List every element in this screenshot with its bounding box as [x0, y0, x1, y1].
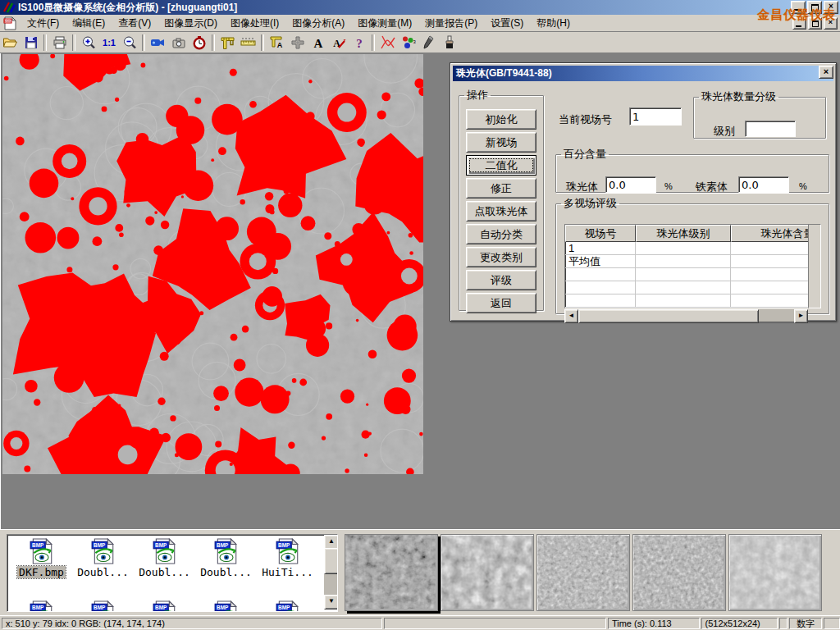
menu-item-5[interactable]: 图像分析(A) [285, 15, 351, 32]
save-icon[interactable] [21, 34, 41, 52]
specimen-image[interactable] [2, 54, 423, 474]
thumbnail-3[interactable] [536, 534, 630, 611]
op-button-3[interactable]: 修正 [466, 178, 536, 199]
percent-group: 百分含量 珠光体 % 铁素体 % [555, 147, 829, 193]
count-objects-icon[interactable]: 3 [398, 34, 418, 52]
zoom-out-icon[interactable] [119, 34, 139, 52]
thumbnail-5[interactable] [728, 534, 822, 611]
ferrite-input[interactable] [738, 176, 789, 193]
document-icon[interactable]: DOC [3, 16, 17, 30]
dialog-close-icon[interactable]: × [819, 66, 833, 79]
status-empty-panel [384, 618, 606, 629]
dialog-title-bar[interactable]: 珠光体(GB/T9441-88) [453, 66, 833, 81]
pearlite-label: 珠光体 [566, 180, 598, 194]
video-camera-icon[interactable] [148, 34, 168, 52]
table-row-0[interactable]: 10.0 [565, 242, 808, 255]
menu-item-9[interactable]: 帮助(H) [530, 15, 577, 32]
curve-icon[interactable] [377, 34, 398, 52]
file-item-row2-3[interactable]: BMP [195, 600, 257, 612]
ruler-icon[interactable] [238, 34, 258, 52]
svg-text:A: A [276, 41, 282, 49]
menu-bar: DOC 文件(F)编辑(E)查看(V)图像显示(D)图像处理(I)图像分析(A)… [0, 15, 840, 32]
file-browser[interactable]: BMPDKF.bmpBMPDoubl...BMPDoubl...BMPDoubl… [7, 534, 338, 612]
toolbar: 1:1 A A A ? 3 [0, 32, 840, 53]
menu-item-0[interactable]: 文件(F) [21, 15, 66, 32]
level-input[interactable] [745, 121, 796, 137]
brush-icon[interactable] [439, 34, 459, 52]
thumbnail-4[interactable] [632, 534, 726, 611]
menu-item-8[interactable]: 设置(S) [484, 15, 530, 32]
file-name: Doubl... [75, 566, 130, 578]
current-field-input[interactable] [629, 107, 682, 126]
table-cell [636, 294, 731, 308]
op-button-4[interactable]: 点取珠光体 [466, 201, 536, 221]
menu-item-2[interactable]: 查看(V) [112, 15, 158, 32]
op-button-1[interactable]: 新视场 [466, 132, 536, 153]
op-button-2[interactable]: 二值化 [466, 155, 536, 176]
file-item-row2-2[interactable]: BMP [134, 600, 195, 612]
rating-table[interactable]: 视场号珠光体级别珠光体含量(%)铁素体含量(%) 10.0平均值0.0 [564, 224, 809, 308]
table-vertical-scrollbar[interactable] [808, 224, 821, 308]
op-button-5[interactable]: 自动分类 [466, 224, 536, 244]
menu-item-6[interactable]: 图像测量(M) [351, 15, 418, 32]
table-cell [636, 281, 731, 294]
scroll-thumb[interactable] [324, 548, 338, 574]
table-cell: 平均值 [565, 255, 636, 268]
menu-item-3[interactable]: 图像显示(D) [158, 15, 224, 32]
table-row-4[interactable] [565, 294, 808, 308]
table-cell [636, 255, 731, 268]
camera-icon[interactable] [168, 34, 189, 52]
op-button-0[interactable]: 初始化 [466, 109, 536, 130]
pearlite-input[interactable] [605, 176, 656, 193]
measure-text-icon[interactable]: A [267, 34, 287, 52]
annotate-icon[interactable]: A [328, 34, 349, 52]
status-empty-small [779, 618, 788, 629]
table-cell: 1 [565, 242, 636, 255]
file-browser-scrollbar[interactable]: ▲ ▼ [324, 535, 337, 609]
open-icon[interactable] [0, 34, 21, 52]
file-item-row2-1[interactable]: BMP [72, 600, 134, 612]
table-row-2[interactable] [565, 268, 808, 281]
svg-text:BMP: BMP [155, 542, 167, 548]
table-horizontal-scrollbar[interactable]: ◄ ► [564, 309, 808, 322]
thumbnail-2[interactable] [441, 534, 534, 611]
scroll-down-icon[interactable]: ▼ [324, 595, 338, 609]
table-cell [565, 268, 636, 281]
table-cell: 0.0 [731, 255, 809, 268]
file-item-2[interactable]: BMPDoubl... [134, 538, 195, 578]
menu-item-1[interactable]: 编辑(E) [66, 15, 112, 32]
svg-text:A: A [313, 36, 322, 49]
pen-icon[interactable] [418, 34, 439, 52]
table-row-1[interactable]: 平均值0.0 [565, 255, 808, 268]
caliper-icon[interactable] [217, 34, 238, 52]
table-row-5[interactable] [565, 308, 808, 308]
menu-item-4[interactable]: 图像处理(I) [224, 15, 285, 32]
file-item-1[interactable]: BMPDoubl... [72, 538, 134, 578]
bmp-file-icon: BMP [30, 600, 54, 612]
svg-text:1:1: 1:1 [103, 38, 116, 48]
table-row-3[interactable] [565, 281, 808, 294]
status-bar: x: 510 y: 79 idx: 0 RGB: (174, 174, 174)… [0, 615, 840, 630]
file-item-3[interactable]: BMPDoubl... [195, 538, 257, 578]
cross-grid-icon[interactable] [287, 34, 308, 52]
op-button-8[interactable]: 返回 [466, 293, 536, 313]
op-button-6[interactable]: 更改类别 [466, 247, 536, 267]
file-item-row2-4[interactable]: BMP [257, 600, 318, 612]
timer-icon[interactable] [189, 34, 209, 52]
text-icon[interactable]: A [308, 34, 328, 52]
scroll-left-icon[interactable]: ◄ [564, 309, 578, 323]
help-icon[interactable]: ? [349, 34, 369, 52]
menu-item-7[interactable]: 测量报告(P) [418, 15, 484, 32]
actual-size-icon[interactable]: 1:1 [98, 34, 119, 52]
zoom-in-icon[interactable] [78, 34, 98, 52]
thumbnail-1[interactable] [345, 534, 438, 611]
scroll-thumb[interactable] [578, 309, 759, 323]
dialog-title: 珠光体(GB/T9441-88) [456, 66, 552, 80]
op-button-7[interactable]: 评级 [466, 270, 536, 290]
scroll-right-icon[interactable]: ► [794, 309, 808, 323]
file-item-row2-0[interactable]: BMP [11, 600, 72, 612]
status-time: Time (s): 0.113 [608, 618, 700, 629]
print-icon[interactable] [49, 34, 70, 52]
file-item-4[interactable]: BMPHuiTi... [257, 538, 318, 578]
file-item-0[interactable]: BMPDKF.bmp [11, 538, 72, 578]
